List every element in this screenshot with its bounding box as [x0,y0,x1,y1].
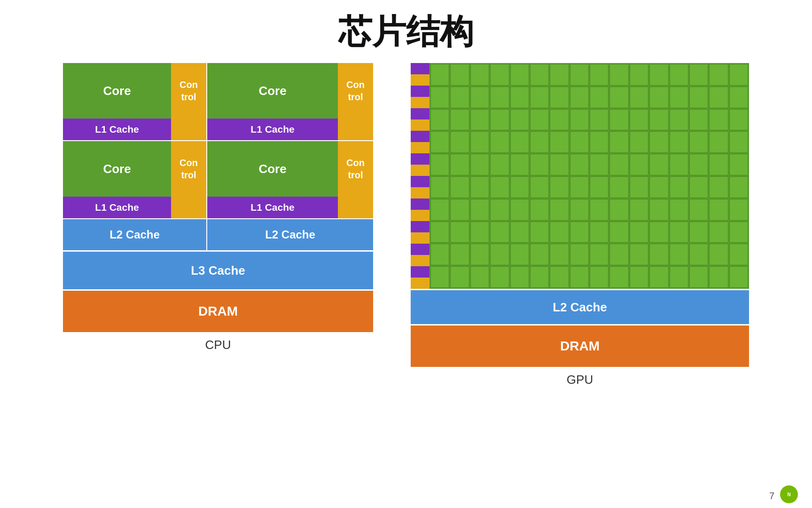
gpu-grid-cell [530,131,549,153]
gpu-grid-cell [729,176,748,198]
gpu-grid-cell [649,64,668,86]
gpu-grid-cell [709,176,728,198]
gpu-grid-cell [550,87,569,108]
gpu-grid-cell [450,266,469,288]
gpu-grid-cell [490,176,509,198]
gpu-grid-cell [709,266,728,288]
cpu-core-unit-4: Core Control L1 Cache [207,141,373,218]
gpu-grid-cell [609,109,628,131]
gpu-grid-cell [670,199,688,221]
gpu-grid-cell [450,87,469,108]
gpu-grid-cell [590,64,609,86]
gpu-grid-cell [430,109,449,131]
gpu-grid-cell [570,266,589,288]
gpu-grid-cell [630,109,648,131]
gpu-grid-cell [490,222,509,243]
gpu-grid-cell [590,87,609,108]
page-title: 芯片结构 [338,9,474,55]
gpu-grid-cell [470,176,489,198]
gpu-grid-cell [729,109,748,131]
gpu-grid-cell [729,64,748,86]
gpu-grid-cell [530,64,549,86]
gpu-grid-cell [550,199,569,221]
gpu-grid-cell [709,109,728,131]
gpu-grid-cell [709,154,728,175]
gpu-grid-cell [709,199,728,221]
gpu-grid-cell [470,244,489,265]
gpu-grid-cell [689,244,708,265]
gpu-grid-cell [689,266,708,288]
gpu-grid [429,63,749,289]
gpu-grid-cell [450,64,469,86]
gpu-grid-cell [430,154,449,175]
cpu-dram: DRAM [63,291,373,332]
cpu-l1-4-label: L1 Cache [207,197,338,218]
cpu-l1-3-label: L1 Cache [63,197,171,218]
gpu-grid-cell [709,222,728,243]
gpu-grid-cell [590,244,609,265]
gpu-grid-cell [430,64,449,86]
gpu-grid-cell [470,64,489,86]
gpu-grid-cell [670,266,688,288]
gpu-grid-cell [689,154,708,175]
gpu-grid-cell [590,131,609,153]
gpu-grid-cell [550,64,569,86]
cpu-control-3-label: Control [171,141,206,197]
gpu-grid-cell [570,87,589,108]
gpu-grid-cell [609,199,628,221]
cpu-diagram: Core Control L1 Cache Core Control L1 Ca… [63,63,373,352]
gpu-grid-cell [609,154,628,175]
cpu-l1-1-label: L1 Cache [63,119,171,140]
cpu-core-3-label: Core [63,141,171,197]
gpu-grid-cell [729,154,748,175]
gpu-grid-cell [470,131,489,153]
gpu-grid-cell [450,222,469,243]
gpu-grid-cell [609,244,628,265]
gpu-grid-cell [490,64,509,86]
gpu-grid-cell [570,154,589,175]
gpu-grid-cell [510,199,529,221]
gpu-grid-cell [670,222,688,243]
gpu-grid-cell [470,109,489,131]
gpu-grid-cell [729,199,748,221]
cpu-core-4-label: Core [207,141,338,197]
gpu-l2: L2 Cache [411,290,749,324]
gpu-grid-cell [670,87,688,108]
cpu-label: CPU [63,338,373,352]
gpu-grid-cell [709,87,728,108]
gpu-grid-cell [689,176,708,198]
gpu-grid-cell [550,176,569,198]
gpu-grid-cell [729,244,748,265]
gpu-grid-cell [430,199,449,221]
gpu-grid-cell [430,176,449,198]
gpu-grid-cell [510,64,529,86]
gpu-grid-cell [450,176,469,198]
gpu-grid-cell [570,176,589,198]
gpu-grid-cell [470,222,489,243]
gpu-grid-cell [609,266,628,288]
gpu-grid-cell [530,109,549,131]
gpu-grid-cell [570,199,589,221]
gpu-grid-cell [670,64,688,86]
gpu-grid-cell [689,87,708,108]
gpu-grid-cell [510,109,529,131]
gpu-grid-cell [470,87,489,108]
cpu-control-1-label: Control [171,63,206,119]
cpu-l2-1: L2 Cache [63,219,206,250]
gpu-grid-cell [530,266,549,288]
page-number: 7 [769,491,774,501]
gpu-grid-cell [649,244,668,265]
gpu-stripe [411,63,429,289]
gpu-grid-cell [430,222,449,243]
gpu-grid-cell [590,199,609,221]
gpu-grid-cell [510,176,529,198]
gpu-grid-cell [590,222,609,243]
gpu-grid-cell [510,222,529,243]
gpu-grid-cell [609,222,628,243]
gpu-grid-cell [570,109,589,131]
cpu-core-1-label: Core [63,63,171,119]
gpu-grid-cell [689,64,708,86]
gpu-grid-cell [630,199,648,221]
gpu-grid-cell [430,266,449,288]
gpu-grid-cell [450,154,469,175]
